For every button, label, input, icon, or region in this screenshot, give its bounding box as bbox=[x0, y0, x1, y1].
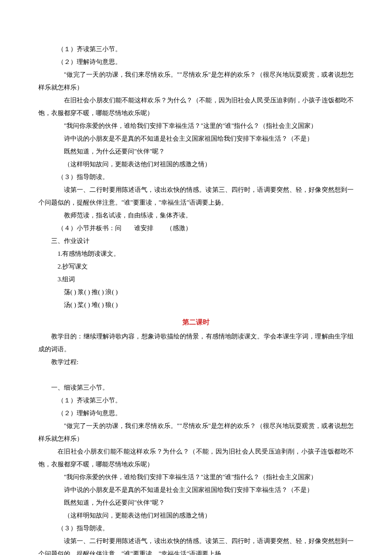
word-group-row-1: 荡( ) 浆( ) 推( ) 浪( ) bbox=[38, 286, 354, 298]
homework-item-1: 1.有感情地朗读课文。 bbox=[38, 247, 354, 260]
poem-children-question: 诗中说的小朋友是不是真的不知道是社会主义国家祖国给我们安排下幸福生活？（不是） bbox=[38, 132, 354, 145]
spacer bbox=[38, 368, 354, 381]
homework-heading: 三、作业设计 bbox=[38, 234, 354, 247]
teacher-model-read: 教师范读，指名试读，自由练读，集体齐读。 bbox=[38, 209, 354, 222]
teaching-objective: 教学目的：继续理解诗歌内容，想象诗歌描绘的情景，有感情地朗读课文。学会本课生字词… bbox=[38, 330, 354, 356]
b2-quote-joy: "做完了一天的功课，我们来尽情欢乐。""尽情欢乐"是怎样的欢乐？（很尽兴地玩耍观… bbox=[38, 419, 354, 445]
b2-reading-guidance: 读第一、二行时要用陈述语气，读出欢快的情感。读第三、四行时，语调要突然、轻，好像… bbox=[38, 535, 354, 555]
teaching-process-label: 教学过程: bbox=[38, 356, 354, 368]
step-3: （３）指导朗读。 bbox=[38, 171, 354, 183]
homework-item-2: 2.抄写课文 bbox=[38, 260, 354, 273]
lesson-2-title: 第二课时 bbox=[38, 315, 354, 329]
b2-already-know-question: 既然知道，为什么还要问"伙伴"呢？ bbox=[38, 496, 354, 509]
step-2: （２）理解诗句意思。 bbox=[38, 55, 354, 68]
document-page: （１）齐读第三小节。 （２）理解诗句意思。 "做完了一天的功课，我们来尽情欢乐。… bbox=[0, 0, 392, 555]
quote-joy: "做完了一天的功课，我们来尽情欢乐。""尽情欢乐"是怎样的欢乐？（很尽兴地玩耍观… bbox=[38, 68, 354, 94]
word-group-row-2: 汤( ) 桨( ) 堆( ) 狼( ) bbox=[38, 298, 354, 311]
b2-who-question: "我问你亲爱的伙伴，谁给我们安排下幸福生活？"这里的"谁"指什么？（指社会主义国… bbox=[38, 471, 354, 483]
b2-poem-children-question: 诗中说的小朋友是不是真的不知道是社会主义国家祖国给我们安排下幸福生活？（不是） bbox=[38, 483, 354, 496]
old-society-question: 在旧社会小朋友们能不能这样欢乐？为什么？（不能，因为旧社会人民受压迫剥削，小孩子… bbox=[38, 94, 354, 119]
b2-step-3: （３）指导朗读。 bbox=[38, 522, 354, 535]
rhetorical-answer: （这样明知故问，更能表达他们对祖国的感激之情） bbox=[38, 158, 354, 171]
b2-step-2: （２）理解诗句意思。 bbox=[38, 407, 354, 419]
already-know-question: 既然知道，为什么还要问"伙伴"呢？ bbox=[38, 145, 354, 158]
step-4-boardwork: （４）小节并板书：问 谁安排 （感激） bbox=[38, 222, 354, 234]
homework-item-3: 3.组词 bbox=[38, 273, 354, 286]
b2-step-1: （１）齐读第三小节。 bbox=[38, 394, 354, 407]
section-heading-detail-read: 一、细读第三小节。 bbox=[38, 381, 354, 394]
who-question: "我问你亲爱的伙伴，谁给我们安排下幸福生活？"这里的"谁"指什么？（指社会主义国… bbox=[38, 119, 354, 132]
b2-rhetorical-answer: （这样明知故问，更能表达他们对祖国的感激之情） bbox=[38, 509, 354, 522]
step-1: （１）齐读第三小节。 bbox=[38, 43, 354, 55]
b2-old-society-question: 在旧社会小朋友们能不能这样欢乐？为什么？（不能，因为旧社会人民受压迫剥削，小孩子… bbox=[38, 445, 354, 471]
reading-guidance: 读第一、二行时要用陈述语气，读出欢快的情感。读第三、四行时，语调要突然、轻，好像… bbox=[38, 183, 354, 209]
